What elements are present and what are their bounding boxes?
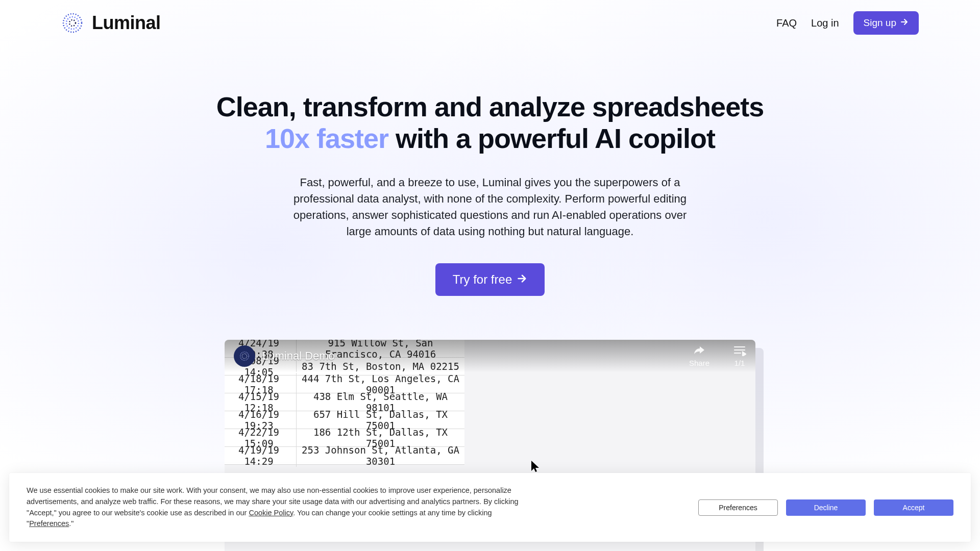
cursor-icon bbox=[531, 460, 540, 472]
brand-logo-icon bbox=[61, 12, 84, 34]
video-share-label: Share bbox=[689, 359, 709, 367]
try-free-button[interactable]: Try for free bbox=[435, 263, 545, 296]
brand[interactable]: Luminal bbox=[61, 12, 161, 34]
signup-label: Sign up bbox=[864, 17, 896, 29]
table-row: 4/19/19 14:29253 Johnson St, Atlanta, GA… bbox=[225, 447, 464, 465]
signup-button[interactable]: Sign up bbox=[853, 11, 919, 35]
arrow-right-icon bbox=[517, 272, 527, 287]
hero-headline: Clean, transform and analyze spreadsheet… bbox=[209, 91, 771, 154]
share-icon bbox=[693, 345, 706, 358]
arrow-right-icon bbox=[900, 17, 909, 29]
video-overlay: Luminal Demo Share 1/1 bbox=[225, 340, 755, 372]
cookie-banner: We use essential cookies to make our sit… bbox=[9, 473, 971, 542]
video-share-button[interactable]: Share bbox=[689, 345, 709, 367]
brand-name: Luminal bbox=[92, 12, 161, 34]
hero-highlight: 10x faster bbox=[265, 123, 388, 154]
svg-point-3 bbox=[240, 352, 249, 360]
cookie-preferences-link[interactable]: Preferences bbox=[29, 519, 69, 528]
hero-line1: Clean, transform and analyze spreadsheet… bbox=[216, 91, 764, 122]
video-playlist-label: 1/1 bbox=[734, 359, 745, 367]
svg-point-4 bbox=[242, 354, 247, 358]
cookie-actions: Preferences Decline Accept bbox=[698, 499, 953, 516]
cookie-accept-button[interactable]: Accept bbox=[874, 499, 953, 516]
nav: FAQ Log in Sign up bbox=[776, 11, 919, 35]
cookie-text: We use essential cookies to make our sit… bbox=[27, 485, 527, 530]
cta-label: Try for free bbox=[453, 272, 512, 287]
hero-line2-rest: with a powerful AI copilot bbox=[388, 123, 715, 154]
header: Luminal FAQ Log in Sign up bbox=[0, 0, 980, 35]
cookie-policy-link[interactable]: Cookie Policy bbox=[249, 509, 293, 517]
nav-login[interactable]: Log in bbox=[811, 17, 839, 29]
cookie-preferences-button[interactable]: Preferences bbox=[698, 499, 778, 516]
svg-point-1 bbox=[66, 17, 79, 29]
video-playlist-button[interactable]: 1/1 bbox=[733, 345, 746, 367]
cookie-decline-button[interactable]: Decline bbox=[786, 499, 866, 516]
nav-faq[interactable]: FAQ bbox=[776, 17, 797, 29]
svg-point-2 bbox=[69, 20, 76, 26]
video-title: Luminal Demo bbox=[262, 349, 335, 363]
playlist-icon bbox=[733, 345, 746, 358]
channel-avatar-icon bbox=[234, 345, 255, 367]
cell-address: 253 Johnson St, Atlanta, GA 30301 bbox=[296, 444, 464, 467]
cell-timestamp: 4/19/19 14:29 bbox=[225, 444, 296, 467]
hero-subtitle: Fast, powerful, and a breeze to use, Lum… bbox=[281, 174, 699, 240]
